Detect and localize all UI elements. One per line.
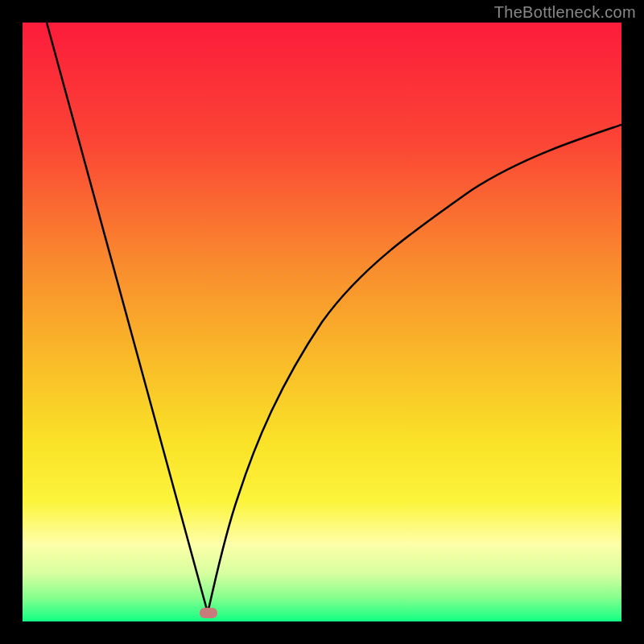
plot-area [23,23,621,621]
minimum-marker [200,608,217,618]
curve-left-branch [47,23,208,613]
curve-right-branch [208,125,621,613]
watermark-text: TheBottleneck.com [494,3,636,22]
bottleneck-curve [23,23,621,621]
